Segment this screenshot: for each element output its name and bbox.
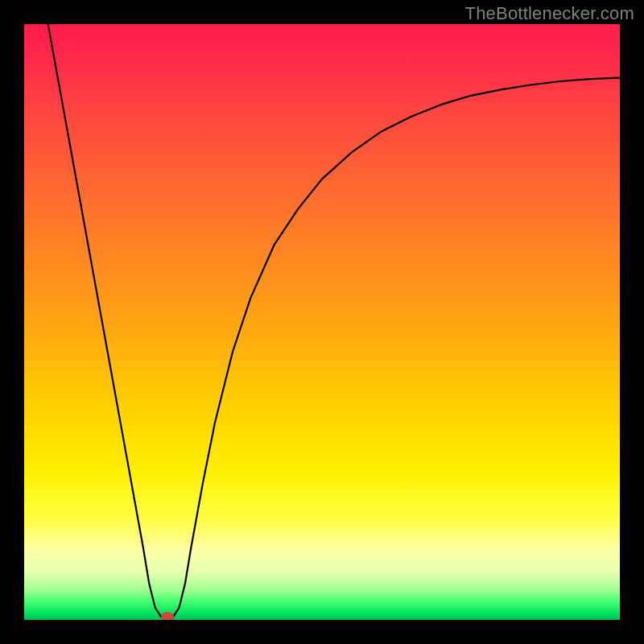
optimum-marker — [161, 612, 174, 620]
curve-svg — [24, 24, 620, 620]
chart-frame: TheBottlenecker.com — [0, 0, 644, 644]
watermark-text: TheBottlenecker.com — [465, 3, 634, 24]
plot-area — [24, 24, 620, 620]
bottleneck-curve — [48, 24, 620, 617]
